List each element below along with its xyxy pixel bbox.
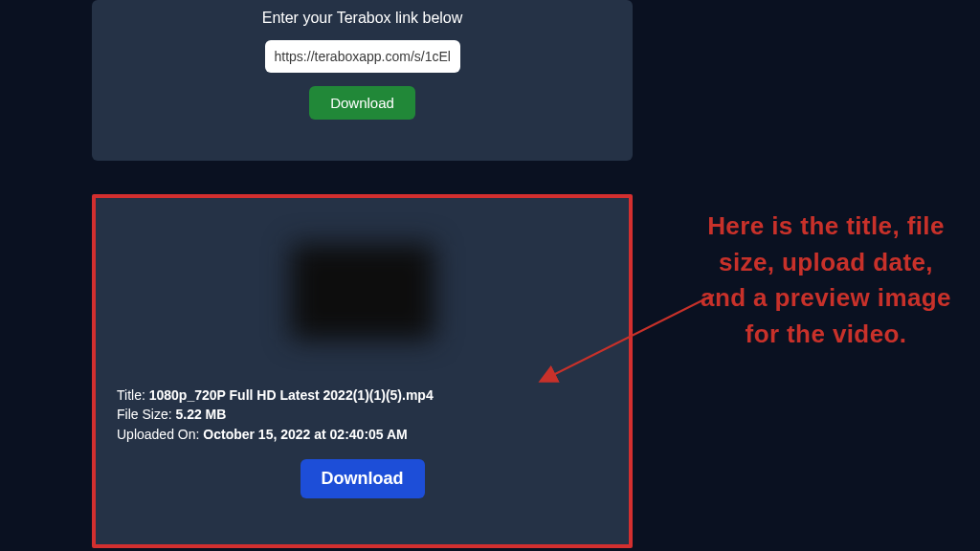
terabox-url-input[interactable] xyxy=(265,40,460,73)
meta-size-label: File Size: xyxy=(117,407,175,422)
meta-size-row: File Size: 5.22 MB xyxy=(117,405,629,424)
meta-uploaded-value: October 15, 2022 at 02:40:05 AM xyxy=(203,427,407,442)
annotation-text: Here is the title, file size, upload dat… xyxy=(697,209,955,353)
video-preview-thumbnail xyxy=(291,244,434,340)
meta-title-label: Title: xyxy=(117,387,149,403)
meta-uploaded-row: Uploaded On: October 15, 2022 at 02:40:0… xyxy=(117,425,629,444)
meta-title-value: 1080p_720P Full HD Latest 2022(1)(1)(5).… xyxy=(149,387,434,403)
meta-uploaded-label: Uploaded On: xyxy=(117,427,203,442)
meta-title-row: Title: 1080p_720P Full HD Latest 2022(1)… xyxy=(117,386,629,405)
video-metadata-block: Title: 1080p_720P Full HD Latest 2022(1)… xyxy=(96,386,629,444)
link-input-card: Enter your Terabox link below Download xyxy=(92,0,633,161)
input-card-title: Enter your Terabox link below xyxy=(262,10,463,27)
download-button[interactable]: Download xyxy=(309,86,415,120)
meta-size-value: 5.22 MB xyxy=(175,407,226,422)
result-download-button[interactable]: Download xyxy=(301,459,425,498)
result-card: Title: 1080p_720P Full HD Latest 2022(1)… xyxy=(92,194,633,548)
